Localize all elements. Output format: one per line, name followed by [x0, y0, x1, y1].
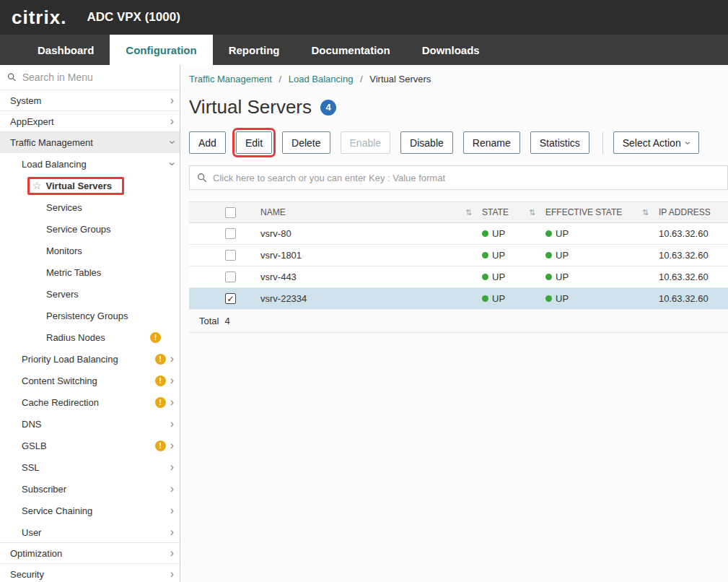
- sidebar-search[interactable]: [0, 65, 180, 90]
- nav-tab-downloads[interactable]: Downloads: [406, 35, 496, 65]
- sidebar-search-input[interactable]: [22, 71, 172, 83]
- sidebar-item-label: Service Groups: [46, 224, 111, 235]
- status-up-dot: [545, 274, 552, 280]
- sidebar-item-radius-nodes[interactable]: Radius Nodes!: [0, 326, 180, 348]
- main-content: Traffic Management / Load Balancing / Vi…: [180, 65, 728, 582]
- chevron-right-icon: ›: [170, 396, 174, 408]
- cell-effective-state: UP: [543, 250, 656, 261]
- table-row-vsrv-443[interactable]: vsrv-443UPUP10.63.32.60: [189, 266, 728, 288]
- nav-tab-configuration[interactable]: Configuration: [110, 35, 212, 65]
- row-checkbox-cell: [189, 250, 258, 261]
- table-row-vsrv-1801[interactable]: vsrv-1801UPUP10.63.32.60: [189, 245, 728, 266]
- statistics-button[interactable]: Statistics: [530, 131, 589, 154]
- table-search-bar[interactable]: [189, 165, 728, 190]
- breadcrumb: Traffic Management / Load Balancing / Vi…: [189, 74, 728, 84]
- sort-icon[interactable]: ⇅: [642, 208, 649, 217]
- sidebar-item-security[interactable]: Security›: [0, 563, 180, 582]
- sidebar-item-gslb[interactable]: GSLB!›: [0, 435, 180, 456]
- status-label: UP: [556, 293, 569, 304]
- sidebar-item-label: Load Balancing: [22, 159, 87, 170]
- select-action-dropdown[interactable]: Select Action›: [613, 131, 700, 154]
- sidebar-item-virtual-servers[interactable]: ☆Virtual Servers: [0, 175, 180, 196]
- warning-icon: !: [155, 440, 166, 451]
- sidebar-item-appexpert[interactable]: AppExpert›: [0, 110, 180, 132]
- rename-button[interactable]: Rename: [463, 131, 520, 154]
- nav-tab-reporting[interactable]: Reporting: [213, 35, 296, 65]
- sidebar-item-label: DNS: [22, 419, 41, 430]
- sidebar-item-label: Servers: [46, 289, 79, 300]
- toolbar-separator: [602, 132, 603, 154]
- enable-button[interactable]: Enable: [341, 131, 391, 154]
- sidebar-item-label: Radius Nodes: [46, 332, 105, 343]
- table-row-vsrv-80[interactable]: vsrv-80UPUP10.63.32.60: [189, 223, 728, 245]
- sidebar-item-cache-redirection[interactable]: Cache Redirection!›: [0, 391, 180, 413]
- sidebar-item-label: SSL: [22, 462, 40, 473]
- breadcrumb-separator: /: [360, 74, 363, 84]
- column-header-effective-state[interactable]: EFFECTIVE STATE⇅: [543, 207, 656, 217]
- sidebar-item-icons: !: [150, 332, 174, 343]
- sidebar-item-service-chaining[interactable]: Service Chaining›: [0, 500, 180, 521]
- sidebar-item-label: System: [10, 95, 41, 106]
- chevron-right-icon: ›: [170, 418, 174, 430]
- row-checkbox[interactable]: [225, 272, 236, 282]
- sidebar-item-dns[interactable]: DNS›: [0, 413, 180, 435]
- row-checkbox[interactable]: [225, 228, 236, 239]
- column-header-state[interactable]: STATE⇅: [479, 207, 543, 217]
- cell-state: UP: [479, 228, 543, 239]
- sidebar-item-persistency-groups[interactable]: Persistency Groups: [0, 305, 180, 326]
- search-icon: [7, 72, 17, 82]
- edit-button[interactable]: Edit: [236, 131, 272, 154]
- table-search-input[interactable]: [213, 173, 720, 183]
- sidebar-item-label: Service Chaining: [22, 505, 92, 516]
- nav-tab-documentation[interactable]: Documentation: [296, 35, 406, 65]
- sidebar-item-label: Security: [10, 569, 44, 580]
- sidebar-item-label: Cache Redirection: [22, 397, 99, 408]
- sidebar-item-icons: ›: [170, 505, 174, 516]
- status-label: UP: [556, 228, 569, 239]
- sidebar-item-content-switching[interactable]: Content Switching!›: [0, 370, 180, 391]
- disable-button[interactable]: Disable: [400, 131, 453, 154]
- sidebar-item-label: Metric Tables: [46, 267, 101, 278]
- sort-icon[interactable]: ⇅: [529, 208, 535, 217]
- sidebar-item-label: Subscriber: [22, 484, 66, 495]
- column-header-name[interactable]: NAME⇅: [258, 207, 479, 217]
- cell-ip-address: 10.63.32.60: [656, 228, 728, 239]
- table-row-vsrv-22334[interactable]: ✓vsrv-22334UPUP10.63.32.60: [189, 288, 728, 310]
- sidebar-item-monitors[interactable]: Monitors: [0, 240, 180, 261]
- chevron-right-icon: ›: [170, 95, 174, 106]
- column-header-ip-address[interactable]: IP ADDRESS: [656, 207, 728, 217]
- sidebar-item-servers[interactable]: Servers: [0, 283, 180, 305]
- sidebar-item-services[interactable]: Services: [0, 196, 180, 218]
- status-up-dot: [545, 230, 552, 237]
- row-checkbox[interactable]: ✓: [225, 293, 236, 304]
- count-badge: 4: [320, 100, 336, 116]
- sidebar-item-icons: ›: [170, 95, 174, 106]
- sidebar-item-user[interactable]: User›: [0, 521, 180, 543]
- app-title: ADC VPX (1000): [87, 10, 180, 25]
- sidebar-item-subscriber[interactable]: Subscriber›: [0, 478, 180, 500]
- sidebar-item-optimization[interactable]: Optimization›: [0, 542, 180, 564]
- sidebar-item-metric-tables[interactable]: Metric Tables: [0, 261, 180, 283]
- app-header: citrix. ADC VPX (1000): [0, 0, 728, 35]
- sidebar-item-system[interactable]: System›: [0, 90, 180, 111]
- breadcrumb-separator: /: [279, 74, 282, 84]
- row-checkbox[interactable]: [225, 250, 236, 261]
- sidebar-item-icons: ›: [170, 568, 174, 580]
- delete-button[interactable]: Delete: [282, 131, 330, 154]
- breadcrumb-link-traffic-management[interactable]: Traffic Management: [189, 74, 272, 84]
- select-all-checkbox[interactable]: [225, 207, 236, 218]
- add-button[interactable]: Add: [189, 131, 226, 154]
- sidebar-item-icons: !›: [155, 375, 174, 386]
- column-header-label: EFFECTIVE STATE: [545, 207, 622, 217]
- nav-tab-dashboard[interactable]: Dashboard: [22, 35, 110, 65]
- sidebar-item-priority-load-balancing[interactable]: Priority Load Balancing!›: [0, 348, 180, 370]
- sidebar-item-ssl[interactable]: SSL›: [0, 456, 180, 478]
- sidebar-item-load-balancing[interactable]: Load Balancing›: [0, 153, 180, 175]
- breadcrumb-link-load-balancing[interactable]: Load Balancing: [289, 74, 354, 84]
- sidebar-item-traffic-management[interactable]: Traffic Management›: [0, 131, 180, 153]
- sidebar-item-icons: ›: [170, 136, 174, 148]
- sidebar-item-service-groups[interactable]: Service Groups: [0, 218, 180, 240]
- sort-icon[interactable]: ⇅: [465, 208, 472, 217]
- cell-effective-state: UP: [543, 272, 656, 282]
- chevron-right-icon: ›: [170, 353, 174, 365]
